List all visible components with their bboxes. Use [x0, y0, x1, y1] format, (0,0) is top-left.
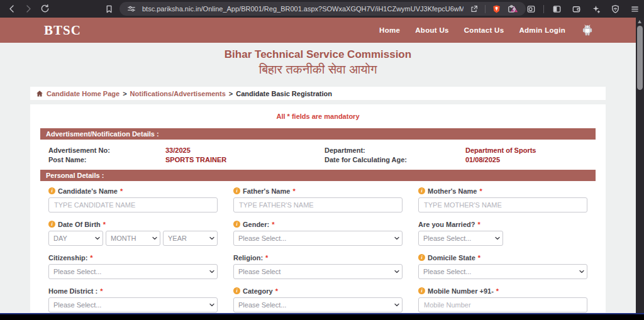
breadcrumb-notifications[interactable]: Notifications/Advertisements	[130, 90, 226, 97]
required-asterisk: *	[479, 187, 482, 195]
domicile-state-label: Domicile State	[428, 254, 475, 262]
breadcrumb-current: Candidate Basic Registration	[236, 90, 332, 97]
android-app-icon[interactable]	[580, 23, 594, 37]
scrollbar-thumb[interactable]	[637, 26, 643, 90]
mother-name-input[interactable]	[418, 197, 587, 212]
leo-ai-icon[interactable]	[589, 2, 602, 16]
window-bottom-edge	[0, 313, 644, 320]
required-asterisk: *	[265, 254, 268, 262]
father-name-input[interactable]	[233, 197, 402, 212]
info-icon[interactable]: i	[233, 221, 240, 228]
required-asterisk: *	[275, 287, 278, 295]
field-religion: Religion: * Please Select	[233, 253, 402, 279]
personal-details-form: i Candidate's Name * i Father's Name * i…	[48, 187, 587, 312]
mobile-number-label: Mobile Number +91-	[428, 287, 494, 295]
gender-label: Gender:	[243, 221, 269, 228]
btsc-logo[interactable]: BTSC	[44, 23, 81, 38]
breadcrumb: Candidate Home Page > Notifications/Adve…	[30, 87, 606, 100]
vpn-shield-icon[interactable]	[608, 2, 622, 16]
scroll-up-arrow[interactable]	[638, 20, 641, 23]
sidebar-toggle-icon[interactable]	[550, 2, 564, 16]
required-asterisk: *	[272, 221, 274, 228]
post-name-value: SPORTS TRAINER	[165, 155, 325, 165]
info-icon[interactable]: i	[418, 287, 425, 294]
forward-button[interactable]	[21, 2, 35, 16]
divider	[543, 5, 544, 13]
post-name-label: Post Name:	[48, 155, 165, 165]
required-asterisk: *	[103, 221, 106, 228]
dob-year-select[interactable]: YEAR	[163, 231, 218, 246]
extensions-icon[interactable]	[504, 2, 518, 16]
nav-home[interactable]: Home	[379, 26, 400, 34]
site-settings-icon[interactable]	[125, 2, 138, 16]
dob-day-select[interactable]: DAY	[48, 231, 103, 246]
home-district-label: Home District :	[48, 287, 97, 295]
dob-label: Date Of Birth	[58, 221, 101, 228]
category-select[interactable]: Please Select...	[233, 297, 402, 312]
required-asterisk: *	[292, 187, 295, 195]
mobile-number-input[interactable]	[418, 297, 587, 312]
info-icon[interactable]: i	[418, 187, 425, 194]
candidate-name-input[interactable]	[48, 197, 218, 212]
field-married: Are you Married? * Please Select...	[418, 220, 587, 246]
info-icon[interactable]: i	[48, 221, 55, 228]
info-icon[interactable]: i	[418, 254, 425, 261]
married-label: Are you Married?	[418, 221, 475, 228]
nav-contact-us[interactable]: Contact Us	[464, 26, 504, 34]
reader-search-icon[interactable]	[524, 2, 538, 16]
wallet-icon[interactable]	[569, 2, 583, 16]
url-bar[interactable]: btsc.pariksha.nic.in/Online_App/BR001/Re…	[119, 2, 526, 16]
commission-title-en: Bihar Technical Service Commission	[0, 48, 636, 61]
info-icon[interactable]: i	[233, 187, 240, 194]
share-icon[interactable]	[467, 2, 481, 16]
browser-toolbar: btsc.pariksha.nic.in/Online_App/BR001/Re…	[0, 0, 644, 18]
commission-title-hi: बिहार तकनीकी सेवा आयोग	[0, 62, 636, 77]
advertisement-section-header: Advertisment/Notification Details :	[40, 128, 596, 140]
field-mother-name: i Mother's Name *	[418, 187, 587, 212]
registration-card: All * fields are mandatory Advertisment/…	[30, 104, 606, 312]
info-icon[interactable]: i	[233, 287, 240, 294]
married-select[interactable]: Please Select...	[418, 231, 503, 246]
breadcrumb-candidate-home[interactable]: Candidate Home Page	[47, 90, 119, 97]
field-gender: i Gender: * Please Select...	[233, 220, 402, 246]
url-text[interactable]: btsc.pariksha.nic.in/Online_App/BR001/Re…	[142, 5, 464, 13]
page-banner: Bihar Technical Service Commission बिहार…	[0, 43, 636, 77]
mandatory-note: All * fields are mandatory	[30, 113, 606, 121]
religion-select[interactable]: Please Select	[233, 264, 402, 279]
menu-icon[interactable]	[628, 2, 641, 16]
breadcrumb-separator: >	[229, 90, 233, 97]
age-date-label: Date for Calculating Age:	[325, 155, 465, 165]
field-candidate-name: i Candidate's Name *	[48, 187, 218, 212]
required-asterisk: *	[90, 254, 92, 262]
field-mobile-number: i Mobile Number +91- *	[418, 287, 587, 312]
home-district-select[interactable]: Please Select...	[48, 297, 218, 312]
back-button[interactable]	[5, 2, 19, 16]
domicile-state-select[interactable]: Please Select...	[418, 264, 587, 279]
required-asterisk: *	[100, 287, 103, 295]
advertisement-details: Advertisement No: 33/2025 Department: De…	[48, 146, 596, 165]
dob-month-select[interactable]: MONTH	[106, 231, 160, 246]
breadcrumb-separator: >	[123, 90, 126, 97]
department-label: Department:	[325, 146, 465, 155]
gender-select[interactable]: Please Select...	[233, 231, 402, 246]
page-scrollbar[interactable]	[636, 18, 644, 313]
field-home-district: Home District : * Please Select...	[48, 287, 218, 312]
field-category: i Category * Please Select...	[233, 287, 402, 312]
personal-section-header: Personal Details :	[40, 170, 596, 181]
nav-admin-login[interactable]: Admin Login	[519, 26, 565, 34]
field-father-name: i Father's Name *	[233, 187, 402, 212]
required-asterisk: *	[477, 221, 480, 228]
home-icon[interactable]	[36, 90, 43, 97]
bookmark-icon[interactable]	[102, 2, 116, 16]
info-icon[interactable]: i	[48, 187, 55, 194]
required-asterisk: *	[120, 187, 123, 195]
citizenship-select[interactable]: Please Select...	[48, 264, 218, 279]
divider	[485, 5, 486, 13]
field-citizenship: Citizenship: * Please Select...	[48, 253, 218, 279]
adv-no-label: Advertisement No:	[48, 146, 165, 155]
brave-shield-icon[interactable]	[489, 2, 503, 16]
candidate-name-label: Candidate's Name	[58, 187, 118, 195]
nav-about-us[interactable]: About Us	[415, 26, 449, 34]
age-date-value: 01/08/2025	[465, 155, 596, 165]
refresh-button[interactable]	[38, 2, 52, 16]
